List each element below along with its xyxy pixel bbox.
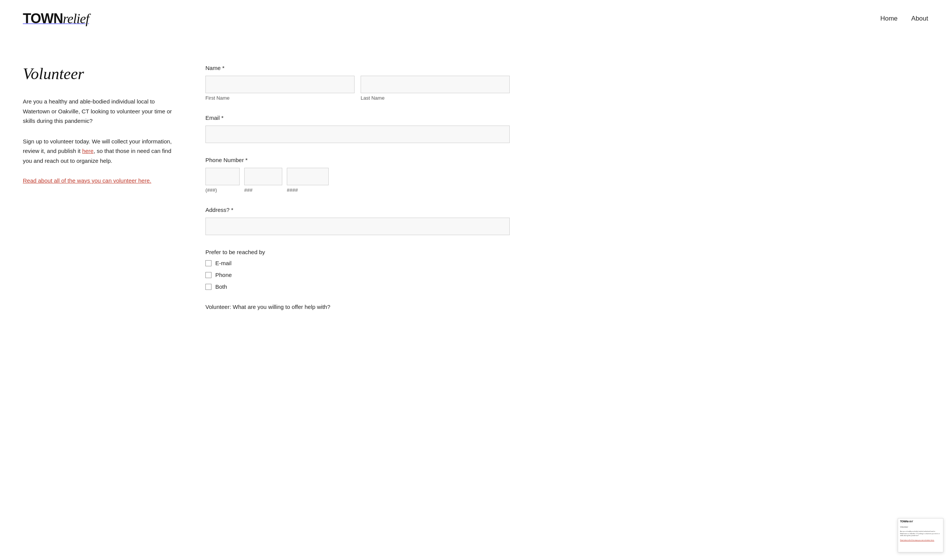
volunteer-offer-section: Volunteer: What are you willing to offer… [205, 304, 510, 310]
logo[interactable]: TOWNrelief [23, 11, 89, 27]
email-section: Email * [205, 115, 510, 143]
last-name-sublabel: Last Name [361, 95, 510, 101]
name-label: Name * [205, 65, 510, 71]
reach-both-item: Both [205, 283, 510, 290]
first-name-field: First Name [205, 76, 355, 101]
volunteer-form: Name * First Name Last Name Email * [205, 65, 510, 324]
nav-links: Home About [880, 15, 928, 22]
phone-section: Phone Number * (###) ### #### [205, 157, 510, 193]
phone-area-input[interactable] [205, 168, 240, 185]
logo-town: TOWN [23, 11, 63, 26]
email-label: Email * [205, 115, 510, 121]
phone-three-input[interactable] [244, 168, 282, 185]
phone-three-field: ### [244, 168, 282, 193]
address-section: Address? * [205, 207, 510, 235]
reach-phone-item: Phone [205, 272, 510, 278]
last-name-field: Last Name [361, 76, 510, 101]
nav-about-link[interactable]: About [911, 15, 928, 22]
page-title: Volunteer [23, 65, 175, 83]
address-label: Address? * [205, 207, 510, 213]
phone-label: Phone Number * [205, 157, 510, 163]
reach-both-checkbox[interactable] [205, 284, 212, 290]
reach-email-label[interactable]: E-mail [215, 260, 232, 266]
reach-phone-checkbox[interactable] [205, 272, 212, 278]
left-column: Volunteer Are you a healthy and able-bod… [23, 65, 175, 324]
name-section: Name * First Name Last Name [205, 65, 510, 101]
phone-area-field: (###) [205, 168, 240, 193]
phone-required-star: * [245, 157, 248, 163]
phone-row: (###) ### #### [205, 168, 510, 193]
email-input[interactable] [205, 126, 510, 143]
reach-phone-label[interactable]: Phone [215, 272, 232, 278]
first-name-sublabel: First Name [205, 95, 355, 101]
navigation: TOWNrelief Home About [0, 0, 951, 34]
email-required-star: * [221, 115, 224, 121]
phone-area-sublabel: (###) [205, 187, 240, 193]
reach-email-checkbox[interactable] [205, 260, 212, 266]
address-required-star: * [231, 207, 234, 213]
phone-four-input[interactable] [287, 168, 329, 185]
reach-both-label[interactable]: Both [215, 283, 227, 290]
reach-label: Prefer to be reached by [205, 249, 510, 255]
description-paragraph-2: Sign up to volunteer today. We will coll… [23, 137, 175, 166]
here-link[interactable]: here [82, 148, 94, 154]
phone-four-field: #### [287, 168, 329, 193]
name-row: First Name Last Name [205, 76, 510, 101]
last-name-input[interactable] [361, 76, 510, 93]
phone-four-sublabel: #### [287, 187, 329, 193]
volunteer-offer-label: Volunteer: What are you willing to offer… [205, 304, 510, 310]
logo-relief: relief [63, 11, 89, 26]
main-content: Volunteer Are you a healthy and able-bod… [0, 34, 533, 347]
name-required-star: * [222, 65, 224, 71]
description-paragraph-1: Are you a healthy and able-bodied indivi… [23, 97, 175, 126]
reach-email-item: E-mail [205, 260, 510, 266]
phone-three-sublabel: ### [244, 187, 282, 193]
reach-checkbox-group: E-mail Phone Both [205, 260, 510, 290]
address-input[interactable] [205, 218, 510, 235]
reach-section: Prefer to be reached by E-mail Phone Bot… [205, 249, 510, 290]
volunteer-ways-link[interactable]: Read about all of the ways you can volun… [23, 176, 151, 185]
first-name-input[interactable] [205, 76, 355, 93]
nav-home-link[interactable]: Home [880, 15, 897, 22]
